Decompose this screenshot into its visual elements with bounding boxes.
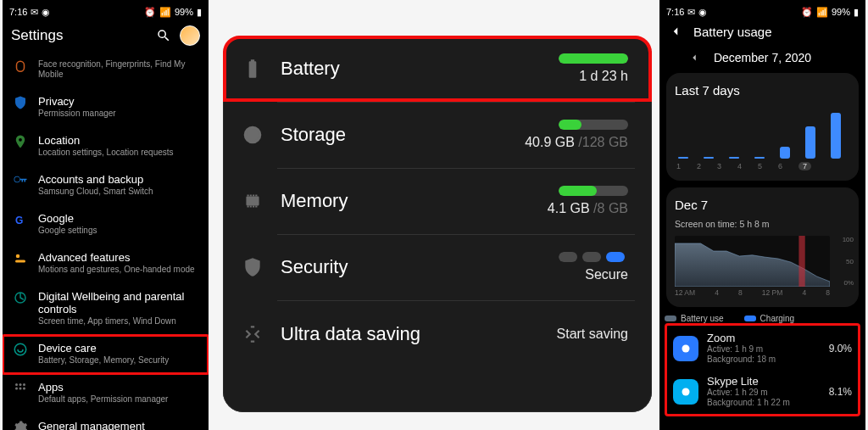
row-subtitle: Motions and gestures, One-handed mode <box>38 265 195 275</box>
app-active: Active: 1 h 9 m <box>707 344 776 355</box>
row-title: Device care <box>38 342 169 355</box>
chevron-left-icon[interactable] <box>688 52 700 64</box>
search-icon[interactable] <box>156 28 171 43</box>
x-tick: 12 AM <box>675 288 695 297</box>
settings-screen: 7:16 ✉ ◉ ⏰ 📶 99% ▮ Settings Face recogni… <box>3 0 209 430</box>
week-bar-chart[interactable] <box>675 104 850 159</box>
row-subtitle: Screen time, App timers, Wind Down <box>38 316 198 327</box>
y-tick: 50 <box>846 258 854 265</box>
svg-point-6 <box>19 383 22 386</box>
battery-icon: ▮ <box>197 7 202 18</box>
day-title: Dec 7 <box>675 198 830 212</box>
week-day-label[interactable]: 4 <box>737 162 742 170</box>
settings-row-devicecare[interactable]: Device care Battery, Storage, Memory, Se… <box>3 335 209 374</box>
week-bar[interactable] <box>678 157 688 159</box>
back-icon[interactable] <box>668 24 683 39</box>
app-active: Active: 1 h 29 m <box>707 388 790 398</box>
device-care-uds[interactable]: Ultra data saving Start saving <box>223 300 652 368</box>
x-tick: 8 <box>738 288 743 297</box>
week-bar[interactable] <box>754 157 765 159</box>
device-care-security[interactable]: Security Secure <box>223 234 652 300</box>
security-icon <box>240 254 265 280</box>
status-time: 7:16 <box>666 7 684 17</box>
status-time: 7:16 <box>9 7 27 17</box>
row-subtitle: Permission manager <box>38 109 116 119</box>
week-day-label[interactable]: 3 <box>717 162 721 170</box>
panel-title: Last 7 days <box>675 83 850 98</box>
week-day-label[interactable]: 5 <box>758 162 762 170</box>
skype-icon: ◉ <box>42 7 50 18</box>
week-bar[interactable] <box>805 126 815 159</box>
row-title: Privacy <box>38 95 116 108</box>
app-icon <box>673 379 698 405</box>
date-navigator: December 7, 2020 <box>659 46 865 73</box>
gear-icon <box>13 420 28 430</box>
security-indicator <box>559 252 628 262</box>
svg-point-9 <box>19 388 22 390</box>
chart-legend: Battery use Charging <box>665 314 865 323</box>
app-background: Background: 18 m <box>707 355 776 365</box>
row-subtitle: Location settings, Location requests <box>38 148 174 158</box>
memory-icon <box>240 188 265 214</box>
app-name: Zoom <box>707 332 776 344</box>
x-tick: 12 PM <box>762 288 783 297</box>
row-title: Google <box>38 212 97 225</box>
g-icon: G <box>13 212 28 227</box>
signal-icon: 📶 <box>816 7 828 18</box>
device-care-memory[interactable]: Memory 4.1 GB /8 GB <box>223 168 652 234</box>
settings-row-accounts[interactable]: Accounts and backup Samsung Cloud, Smart… <box>3 166 209 205</box>
x-tick: 8 <box>826 288 830 297</box>
week-day-label[interactable]: 7 <box>798 162 811 170</box>
week-bar[interactable] <box>704 157 714 159</box>
battery-area-chart[interactable]: 100500% <box>675 236 830 287</box>
row-value: Start saving <box>557 327 628 342</box>
legend-charging: Charging <box>760 314 795 323</box>
settings-row-biometrics[interactable]: Face recognition, Fingerprints, Find My … <box>3 53 209 88</box>
row-title: Accounts and backup <box>38 173 153 186</box>
row-value: 4.1 GB /8 GB <box>548 201 628 216</box>
app-row-skype-lite[interactable]: Skype Lite Active: 1 h 29 m Background: … <box>670 370 855 413</box>
settings-row-advanced[interactable]: Advanced features Motions and gestures, … <box>3 244 209 283</box>
signal-icon: 📶 <box>159 7 171 18</box>
toggles-icon <box>13 251 28 266</box>
x-tick: 4 <box>715 288 719 297</box>
settings-row-wellbeing[interactable]: Digital Wellbeing and parental controls … <box>3 283 209 335</box>
week-bar[interactable] <box>729 157 739 159</box>
app-row-zoom[interactable]: Zoom Active: 1 h 9 m Background: 18 m 9.… <box>670 327 855 370</box>
app-percent: 9.0% <box>829 343 852 355</box>
status-battery-pct: 99% <box>175 7 193 17</box>
settings-row-google[interactable]: G Google Google settings <box>3 205 209 244</box>
settings-row-apps[interactable]: Apps Default apps, Permission manager <box>3 374 209 413</box>
key-icon <box>13 173 28 188</box>
settings-row-general[interactable]: General management <box>3 413 209 430</box>
legend-battery: Battery use <box>681 314 724 323</box>
row-subtitle: Google settings <box>38 226 97 236</box>
week-bar[interactable] <box>831 113 841 159</box>
svg-point-5 <box>15 383 18 386</box>
fingerprint-icon <box>13 59 28 75</box>
week-bar[interactable] <box>780 147 790 159</box>
device-care-battery[interactable]: Battery 1 d 23 h <box>223 36 652 102</box>
week-day-label[interactable]: 1 <box>676 162 681 170</box>
device-care-storage[interactable]: Storage 40.9 GB /128 GB <box>223 102 652 168</box>
status-bar: 7:16 ✉ ◉ ⏰ 📶 99% ▮ <box>3 0 209 20</box>
status-bar: 7:16 ✉ ◉ ⏰ 📶 99% ▮ <box>659 0 865 20</box>
settings-row-privacy[interactable]: Privacy Permission manager <box>3 88 209 127</box>
row-label: Ultra data saving <box>281 323 420 345</box>
x-tick: 4 <box>802 288 806 297</box>
svg-point-8 <box>15 388 18 390</box>
battery-icon <box>240 56 265 81</box>
row-subtitle: Battery, Storage, Memory, Security <box>38 355 169 366</box>
svg-rect-2 <box>15 260 25 263</box>
svg-point-7 <box>23 383 25 386</box>
avatar[interactable] <box>180 25 200 46</box>
settings-row-location[interactable]: Location Location settings, Location req… <box>3 127 209 166</box>
date-label: December 7, 2020 <box>714 51 811 64</box>
row-subtitle: Samsung Cloud, Smart Switch <box>38 187 153 197</box>
row-title: Advanced features <box>38 251 195 264</box>
row-label: Security <box>281 256 348 278</box>
last-7-days-panel: Last 7 days 1234567 <box>666 73 859 181</box>
week-day-label[interactable]: 2 <box>697 162 701 170</box>
week-day-label[interactable]: 6 <box>778 162 782 170</box>
row-value: Secure <box>585 267 628 282</box>
